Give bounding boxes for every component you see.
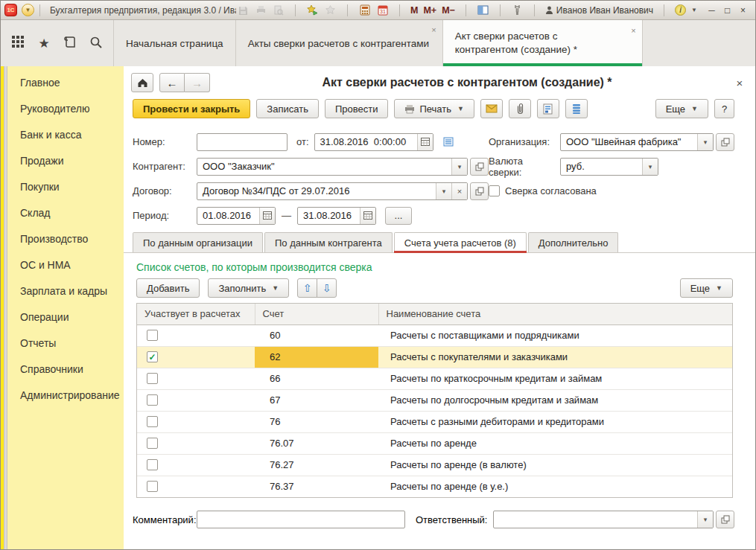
minimize-button[interactable]: ─: [705, 4, 718, 16]
period-from-input[interactable]: 01.08.2016: [197, 207, 276, 225]
info-button[interactable]: i: [675, 4, 686, 16]
close-form-button[interactable]: ×: [731, 74, 748, 91]
calendar-icon[interactable]: 31: [376, 4, 389, 16]
tab-by-organization-data[interactable]: По данным организации: [133, 232, 263, 252]
document-journal-button[interactable]: [439, 133, 458, 151]
account-name-cell[interactable]: Расчеты с разными дебиторами и кредитора…: [378, 411, 732, 432]
table-row[interactable]: 66 Расчеты по краткосрочным кредитам и з…: [137, 368, 732, 389]
write-button[interactable]: Записать: [256, 99, 319, 118]
currency-dropdown-button[interactable]: ▾: [642, 159, 658, 175]
history-icon[interactable]: [63, 35, 77, 51]
account-name-cell[interactable]: Расчеты по краткосрочным кредитам и займ…: [378, 368, 732, 389]
period-choose-button[interactable]: ...: [385, 207, 412, 225]
reconciliation-agreed-checkbox[interactable]: [489, 185, 500, 196]
sidebar-item-operations[interactable]: Операции: [7, 304, 124, 330]
sidebar-item-fixed-assets[interactable]: ОС и НМА: [7, 252, 124, 278]
account-name-cell[interactable]: Расчеты по аренде: [378, 432, 732, 454]
close-tab-icon[interactable]: ×: [431, 25, 436, 34]
attachments-button[interactable]: [509, 99, 531, 118]
counterparty-dropdown-button[interactable]: ▾: [451, 159, 467, 175]
participates-checkbox[interactable]: ✓: [147, 351, 158, 362]
main-menu-button[interactable]: ▼: [22, 4, 34, 16]
account-name-cell[interactable]: Расчеты по аренде (в валюте): [378, 454, 732, 476]
period-to-input[interactable]: 31.08.2016: [297, 207, 376, 225]
contract-clear-button[interactable]: ×: [451, 183, 467, 199]
tab-by-counterparty-data[interactable]: По данным контрагента: [264, 232, 393, 252]
table-row[interactable]: ✓ 62 Расчеты с покупателями и заказчикам…: [137, 346, 732, 368]
home-button[interactable]: [131, 73, 153, 92]
account-name-cell[interactable]: Расчеты с поставщиками и подрядчиками: [378, 324, 732, 346]
responsible-input[interactable]: ▾: [493, 511, 714, 528]
favorites-star-icon[interactable]: ★: [38, 37, 49, 50]
move-up-button[interactable]: ⇧: [297, 278, 317, 298]
contract-dropdown-button[interactable]: ▾: [436, 183, 451, 199]
participates-checkbox[interactable]: [147, 481, 158, 492]
split-window-icon[interactable]: [477, 4, 489, 16]
search-icon[interactable]: [89, 36, 103, 51]
sidebar-item-warehouse[interactable]: Склад: [7, 199, 124, 226]
sidebar-item-sales[interactable]: Продажи: [7, 147, 124, 173]
close-window-button[interactable]: ×: [737, 4, 749, 16]
account-name-cell[interactable]: Расчеты с покупателями и заказчиками: [378, 346, 732, 368]
add-favorite-icon[interactable]: [306, 4, 319, 16]
tab-acts-list[interactable]: Акты сверки расчетов с контрагентами ×: [236, 20, 443, 66]
participates-checkbox[interactable]: [147, 416, 158, 427]
print-button[interactable]: Печать ▼: [394, 99, 474, 118]
account-name-cell[interactable]: Расчеты по аренде (в у.е.): [378, 476, 732, 497]
column-account[interactable]: Счет: [255, 304, 378, 324]
participates-checkbox[interactable]: [147, 394, 158, 406]
sidebar-item-bank-cash[interactable]: Банк и касса: [7, 121, 124, 147]
contract-input[interactable]: Договор №34/ПДС от 29.07.2016 ▾ ×: [197, 182, 468, 200]
current-user[interactable]: Иванов Иван Иванович: [545, 5, 653, 16]
form-more-button[interactable]: Еще ▼: [655, 99, 708, 118]
memory-plus-button[interactable]: M+: [423, 5, 436, 16]
sidebar-item-administration[interactable]: Администрирование: [7, 382, 124, 408]
period-from-calendar-button[interactable]: [259, 208, 275, 224]
sidebar-item-production[interactable]: Производство: [7, 226, 124, 252]
table-row[interactable]: 76.07 Расчеты по аренде: [137, 432, 732, 454]
post-and-close-button[interactable]: Провести и закрыть: [133, 99, 250, 118]
sidebar-item-purchases[interactable]: Покупки: [7, 173, 124, 199]
responsible-open-button[interactable]: [716, 511, 734, 528]
sidebar-item-reports[interactable]: Отчеты: [7, 330, 124, 356]
sidebar-item-payroll[interactable]: Зарплата и кадры: [7, 278, 124, 304]
column-participates[interactable]: Участвует в расчетах: [137, 304, 255, 324]
account-cell[interactable]: 76.07: [255, 432, 378, 454]
tab-home-page[interactable]: Начальная страница: [114, 20, 236, 66]
table-row[interactable]: 76.37 Расчеты по аренде (в у.е.): [137, 476, 732, 497]
currency-input[interactable]: руб. ▾: [560, 158, 658, 176]
organization-open-button[interactable]: [716, 133, 734, 151]
table-row[interactable]: 76.27 Расчеты по аренде (в валюте): [137, 454, 732, 476]
tab-act-create[interactable]: Акт сверки расчетов с контрагентом (созд…: [443, 20, 643, 66]
help-button[interactable]: ?: [714, 99, 734, 118]
related-documents-button[interactable]: [537, 99, 559, 118]
table-row[interactable]: 76 Расчеты с разными дебиторами и кредит…: [137, 411, 732, 432]
memory-minus-button[interactable]: M−: [442, 5, 455, 16]
participates-checkbox[interactable]: [147, 330, 158, 341]
post-button[interactable]: Провести: [325, 99, 389, 118]
account-cell[interactable]: 66: [255, 368, 378, 389]
table-row[interactable]: 67 Расчеты по долгосрочным кредитам и за…: [137, 389, 732, 411]
move-down-button[interactable]: ⇩: [317, 278, 337, 298]
account-cell[interactable]: 62: [255, 346, 378, 368]
column-account-name[interactable]: Наименование счета: [378, 304, 732, 324]
back-button[interactable]: ←: [159, 73, 185, 92]
sidebar-item-main[interactable]: Главное: [7, 69, 124, 95]
sidebar-item-directories[interactable]: Справочники: [7, 356, 124, 382]
account-cell[interactable]: 76.37: [255, 476, 378, 497]
account-cell[interactable]: 67: [255, 389, 378, 411]
counterparty-input[interactable]: ООО "Заказчик" ▾: [197, 158, 468, 176]
fill-button[interactable]: Заполнить ▼: [208, 278, 289, 298]
forward-button[interactable]: →: [185, 73, 210, 92]
comment-input[interactable]: [197, 511, 405, 528]
organization-dropdown-button[interactable]: ▾: [697, 134, 713, 150]
account-cell[interactable]: 76: [255, 411, 378, 432]
memory-button[interactable]: M: [410, 5, 418, 16]
date-calendar-button[interactable]: [417, 134, 433, 150]
account-cell[interactable]: 60: [255, 324, 378, 346]
tab-additional[interactable]: Дополнительно: [528, 232, 619, 252]
table-more-button[interactable]: Еще ▼: [680, 278, 733, 298]
organization-input[interactable]: ООО "Швейная фабрика" ▾: [560, 133, 714, 151]
participates-checkbox[interactable]: [147, 438, 158, 449]
account-cell[interactable]: 76.27: [255, 454, 378, 476]
